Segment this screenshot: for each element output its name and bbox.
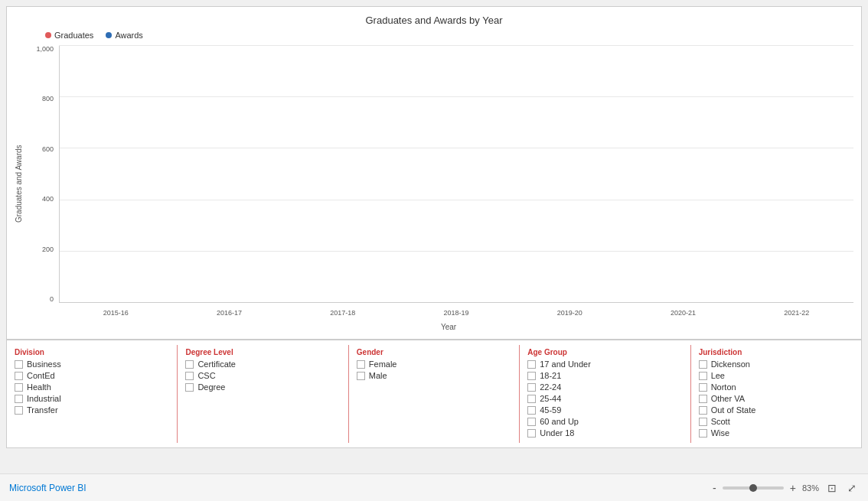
filter-label-other-va: Other VA [711,394,745,403]
filter-label-dickenson: Dickenson [711,359,750,369]
zoom-controls: - + 83% [711,482,819,494]
graduates-legend-label: Graduates [54,31,93,40]
checkbox-wise[interactable] [699,429,707,438]
x-labels: 2015-162016-172017-182018-192019-202020-… [59,304,853,321]
jurisdiction-items: DickensonLeeNortonOther VAOut of StateSc… [699,359,853,438]
filter-item-18-21[interactable]: 18-21 [527,371,682,380]
filter-item-wise[interactable]: Wise [699,428,853,438]
checkbox-degree[interactable] [185,383,194,392]
filter-label-45-59: 45-59 [540,405,561,415]
filters-area: Division BusinessContEdHealthIndustrialT… [6,340,862,448]
filter-item-under-18[interactable]: Under 18 [527,428,682,438]
filter-item-out-of-state[interactable]: Out of State [699,405,853,415]
filter-label-out-of-state: Out of State [711,405,756,415]
checkbox-certificate[interactable] [185,360,194,369]
awards-legend-dot [106,32,112,38]
filter-item-industrial[interactable]: Industrial [15,394,169,403]
expand-button[interactable]: ⤢ [845,482,859,494]
x-label-2016-17: 2016-17 [217,309,242,317]
checkbox-business[interactable] [15,360,23,369]
y-tick-200: 200 [30,246,57,253]
chart-area: Graduates and Awards by Year Graduates A… [6,6,862,340]
bottom-bar: Microsoft Power BI - + 83% ⊡ ⤢ [0,473,868,501]
filter-label-degree: Degree [197,382,225,392]
filter-group-age: Age Group 17 and Under18-2122-2425-4445-… [520,345,690,443]
checkbox-dickenson[interactable] [699,360,707,369]
filter-label-male: Male [369,371,387,380]
checkbox-other-va[interactable] [699,395,707,403]
filter-group-jurisdiction: Jurisdiction DickensonLeeNortonOther VAO… [691,345,861,443]
filter-item-health[interactable]: Health [15,382,169,392]
checkbox-out-of-state[interactable] [699,406,707,415]
filter-group-division: Division BusinessContEdHealthIndustrialT… [7,345,178,443]
zoom-slider[interactable] [723,486,784,490]
x-label-2015-16: 2015-16 [103,309,129,317]
checkbox-male[interactable] [357,372,365,380]
filter-item-male[interactable]: Male [357,371,511,380]
checkbox-industrial[interactable] [15,395,23,403]
checkbox-22-24[interactable] [527,383,536,392]
filter-item-22-24[interactable]: 22-24 [527,382,682,392]
filter-item-other-va[interactable]: Other VA [699,394,853,403]
checkbox-18-21[interactable] [527,372,536,380]
filter-label-scott: Scott [711,417,730,426]
filter-group-degree: Degree Level CertificateCSCDegree [178,345,348,443]
y-tick-400: 400 [30,196,57,203]
filter-item-csc[interactable]: CSC [185,371,340,380]
powerbi-link[interactable]: Microsoft Power BI [9,483,86,493]
gender-filter-title: Gender [357,348,511,356]
zoom-plus-button[interactable]: + [788,482,798,494]
checkbox-45-59[interactable] [527,406,536,415]
filter-item-lee[interactable]: Lee [699,371,853,380]
jurisdiction-filter-title: Jurisdiction [699,348,853,356]
filter-item-45-59[interactable]: 45-59 [527,405,682,415]
checkbox-female[interactable] [357,360,365,369]
checkbox-scott[interactable] [699,418,707,426]
checkbox-25-44[interactable] [527,395,536,403]
gender-items: FemaleMale [357,359,511,380]
filter-label-17-and-under: 17 and Under [540,359,591,369]
filter-item-degree[interactable]: Degree [185,382,340,392]
checkbox-60-and-up[interactable] [527,418,536,426]
y-tick-600: 600 [30,146,57,153]
filter-item-conted[interactable]: ContEd [15,371,169,380]
checkbox-under-18[interactable] [527,429,536,438]
chart-wrapper: Graduates and Awards 0 200 400 600 800 1… [15,46,853,321]
filter-item-25-44[interactable]: 25-44 [527,394,682,403]
fit-screen-button[interactable]: ⊡ [825,482,839,494]
filter-label-female: Female [369,359,397,369]
filter-item-norton[interactable]: Norton [699,382,853,392]
filter-label-norton: Norton [711,382,736,392]
checkbox-csc[interactable] [185,372,194,380]
filter-label-25-44: 25-44 [540,394,561,403]
filter-item-transfer[interactable]: Transfer [15,405,169,415]
filter-item-scott[interactable]: Scott [699,417,853,426]
filter-label-wise: Wise [711,428,729,438]
filter-item-female[interactable]: Female [357,359,511,369]
filter-label-csc: CSC [197,371,215,380]
checkbox-conted[interactable] [15,372,23,380]
graduates-legend-dot [45,32,51,38]
filter-label-transfer: Transfer [27,405,58,415]
x-axis-title: Year [15,323,853,331]
filter-label-22-24: 22-24 [540,382,561,392]
age-items: 17 and Under18-2122-2425-4445-5960 and U… [527,359,682,438]
filter-label-conted: ContEd [27,371,55,380]
division-filter-title: Division [15,348,169,356]
checkbox-lee[interactable] [699,372,707,380]
filter-item-60-and-up[interactable]: 60 and Up [527,417,682,426]
checkbox-transfer[interactable] [15,406,23,415]
division-items: BusinessContEdHealthIndustrialTransfer [15,359,169,415]
filter-item-dickenson[interactable]: Dickenson [699,359,853,369]
filter-group-gender: Gender FemaleMale [349,345,520,443]
checkbox-norton[interactable] [699,383,707,392]
filter-item-business[interactable]: Business [15,359,169,369]
x-label-2017-18: 2017-18 [330,309,355,317]
checkbox-health[interactable] [15,383,23,392]
zoom-minus-button[interactable]: - [711,482,718,494]
x-label-2021-22: 2021-22 [784,309,809,317]
checkbox-17-and-under[interactable] [527,360,536,369]
filter-item-17-and-under[interactable]: 17 and Under [527,359,682,369]
filter-item-certificate[interactable]: Certificate [185,359,340,369]
filter-label-certificate: Certificate [197,359,236,369]
